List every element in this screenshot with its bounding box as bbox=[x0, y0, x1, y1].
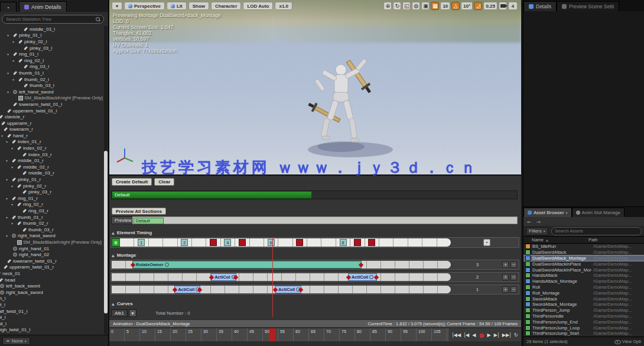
asset-row[interactable]: ThirdPerson_Jump/Game/DemoMap... bbox=[523, 308, 644, 313]
notify-track-lane[interactable]: RotateOwner bbox=[112, 261, 451, 269]
asset-row[interactable]: ThirdPersonJump_Start/Game/DemoMap... bbox=[523, 331, 644, 337]
lod-auto-button[interactable]: LOD Auto bbox=[243, 2, 273, 10]
skeleton-tree-item[interactable]: pinky_03_r bbox=[0, 189, 105, 195]
notify-end-marker-icon[interactable] bbox=[374, 275, 379, 280]
tree-scrollbar-thumb[interactable] bbox=[104, 151, 108, 313]
notify-track-lane[interactable]: ActiCollActiColl bbox=[112, 273, 451, 281]
preview-all-sections-button[interactable]: Preview All Sections bbox=[112, 208, 166, 215]
expand-arrow-icon[interactable]: ▾ bbox=[12, 59, 17, 63]
expand-arrow-icon[interactable]: ▾ bbox=[7, 52, 11, 56]
viewport-options-button[interactable]: ▾ bbox=[112, 2, 122, 10]
skeleton-tree-item[interactable]: lowerarm_twist_01_l bbox=[0, 101, 105, 108]
translate-tool-button[interactable]: ⊕ bbox=[383, 2, 392, 10]
skeleton-tree-item[interactable]: thumb_03_l bbox=[0, 82, 105, 89]
timing-cell[interactable] bbox=[321, 238, 336, 247]
expand-arrow-icon[interactable]: ▾ bbox=[6, 140, 10, 144]
timing-cell[interactable] bbox=[437, 238, 451, 247]
grid-snap-button[interactable]: ▦ bbox=[431, 2, 439, 10]
timing-cell[interactable] bbox=[192, 238, 206, 247]
lit-button[interactable]: Lit bbox=[167, 2, 187, 10]
skeleton-tree-item[interactable]: ring_03_r bbox=[0, 208, 105, 214]
filters-dropdown[interactable]: Filters ▾ bbox=[526, 227, 548, 235]
skeleton-tree-item[interactable]: ▾ring_02_l bbox=[0, 57, 105, 64]
rotation-snap-value[interactable]: 10° bbox=[461, 2, 473, 10]
asset-row[interactable]: ThirdPersonJump_End/Game/DemoMap... bbox=[523, 319, 644, 325]
camera-speed-value[interactable]: 4 bbox=[508, 2, 518, 10]
asset-row[interactable]: SwordAttack/Game/DemoMap... bbox=[523, 296, 644, 302]
expand-arrow-icon[interactable]: ▾ bbox=[11, 165, 15, 169]
expand-arrow-icon[interactable]: ▾ bbox=[6, 234, 10, 238]
rotate-tool-button[interactable]: ↻ bbox=[393, 2, 401, 10]
character-menu-button[interactable]: Character bbox=[211, 2, 241, 10]
add-notify-track-button[interactable]: + bbox=[502, 261, 509, 268]
skeleton-tree-item[interactable]: SM_BladeBlackKnight [Preview Only] bbox=[0, 95, 105, 102]
element-timing-options-button[interactable]: ▪ bbox=[483, 239, 490, 246]
timing-cell[interactable] bbox=[365, 238, 379, 247]
skeleton-tree-item[interactable]: ball_l bbox=[0, 321, 105, 327]
timing-notify-marker[interactable]: 1 bbox=[138, 239, 145, 246]
skeleton-tree-item[interactable]: index_03_r bbox=[0, 151, 105, 158]
loop-button[interactable]: ↻ bbox=[514, 332, 518, 338]
expand-arrow-icon[interactable]: ▾ bbox=[6, 215, 10, 219]
tab-anim-details[interactable]: Anim Details bbox=[19, 1, 67, 12]
element-timing-header[interactable]: ▲ Element Timing bbox=[112, 230, 152, 235]
curve-filter-caret-button[interactable]: ▼ bbox=[129, 309, 136, 317]
skeleton-tree-item[interactable]: ring_03_l bbox=[0, 64, 105, 70]
asset-row[interactable]: SwordAttack_Montage/Game/DemoMap... bbox=[523, 302, 644, 308]
preview-sections-track[interactable]: Default bbox=[132, 216, 518, 224]
skeleton-tree-item[interactable]: ▾pinky_02_l bbox=[0, 38, 105, 45]
skeleton-tree-item[interactable]: calf_twist_01_l bbox=[0, 308, 105, 315]
column-path[interactable]: Path bbox=[588, 237, 597, 242]
timing-cell[interactable] bbox=[120, 238, 134, 247]
timing-cell[interactable] bbox=[350, 238, 365, 247]
asset-row[interactable]: HandsAttack_Montage/Game/DemoMap... bbox=[523, 279, 644, 284]
timing-cell[interactable] bbox=[422, 238, 437, 247]
skeleton-tree-item[interactable]: ▾pinky_02_r bbox=[0, 183, 105, 189]
surface-snap-button[interactable]: ▣ bbox=[421, 2, 430, 10]
step-forward-button[interactable]: ▶| bbox=[494, 332, 499, 338]
asset-row[interactable]: DualSwordAttackInPlace_Montage/Game/Demo… bbox=[523, 267, 644, 273]
timing-notify-marker[interactable]: 2 bbox=[181, 239, 188, 246]
skeleton-tree-item[interactable]: upperarm_twist_01_l bbox=[0, 108, 105, 114]
timing-cell[interactable] bbox=[278, 238, 292, 247]
play-backward-button[interactable]: ◀ bbox=[472, 332, 476, 338]
timing-cell[interactable] bbox=[408, 238, 422, 247]
timing-cell[interactable]: 1 bbox=[134, 238, 148, 247]
timing-section-marker[interactable]: 0 bbox=[112, 238, 120, 247]
timing-event-marker[interactable] bbox=[368, 239, 375, 246]
skeleton-tree-item[interactable]: ▾thumb_02_r bbox=[0, 220, 105, 227]
asset-search-box[interactable] bbox=[551, 227, 642, 235]
grid-snap-value[interactable]: 10 bbox=[440, 2, 450, 10]
timing-cell[interactable] bbox=[379, 238, 393, 247]
skeleton-tree-item[interactable]: ▾left_hand_sword bbox=[0, 89, 105, 95]
timing-notify-marker[interactable]: 8 bbox=[340, 239, 347, 246]
asset-row[interactable]: Roll/Game/DemoMap... bbox=[523, 284, 644, 290]
notify-track-lane[interactable]: ActiCollActiColl bbox=[112, 286, 451, 293]
timing-cell[interactable] bbox=[307, 238, 321, 247]
expand-arrow-icon[interactable]: ▾ bbox=[6, 196, 10, 201]
skeleton-tree-item[interactable]: right_back_sword bbox=[0, 289, 105, 296]
skeleton-tree-item[interactable]: lowerarm_twist_01_r bbox=[0, 258, 105, 264]
skeleton-tree-item[interactable]: upperarm_r bbox=[0, 120, 105, 127]
bone-filter-dropdown[interactable]: ≡ None ▾ bbox=[2, 337, 30, 345]
expand-arrow-icon[interactable]: ▾ bbox=[11, 184, 15, 188]
timing-cell[interactable] bbox=[235, 238, 249, 247]
timing-cell[interactable] bbox=[293, 238, 307, 247]
expand-arrow-icon[interactable]: ▾ bbox=[1, 134, 5, 138]
asset-row[interactable]: Roll_Montage/Game/DemoMap... bbox=[523, 290, 644, 296]
play-forward-button[interactable]: ▶ bbox=[487, 332, 491, 338]
skeleton-tree-item[interactable]: foot_l bbox=[0, 314, 105, 321]
timing-event-marker[interactable] bbox=[239, 239, 246, 246]
skip-to-end-button[interactable]: ▶▶| bbox=[502, 332, 511, 338]
notify-end-marker-icon[interactable] bbox=[197, 287, 202, 292]
preview-viewport[interactable]: ▾ Perspective Lit Show Character LOD Aut… bbox=[109, 0, 521, 174]
skeleton-tree-item[interactable]: pinky_03_l bbox=[0, 45, 105, 51]
screen-size-button[interactable]: x1.0 bbox=[275, 2, 292, 10]
notify-state-rotateowner[interactable]: RotateOwner bbox=[132, 261, 362, 269]
timing-cell[interactable] bbox=[206, 238, 220, 247]
timing-cell[interactable] bbox=[250, 238, 264, 247]
forward-arrow-button[interactable]: → bbox=[536, 219, 541, 225]
asset-row[interactable]: HandsAttack/Game/DemoMap... bbox=[523, 273, 644, 279]
expand-arrow-icon[interactable]: ▾ bbox=[7, 33, 11, 37]
skeleton-tree-item[interactable]: upperarm_twist_01_r bbox=[0, 264, 105, 271]
